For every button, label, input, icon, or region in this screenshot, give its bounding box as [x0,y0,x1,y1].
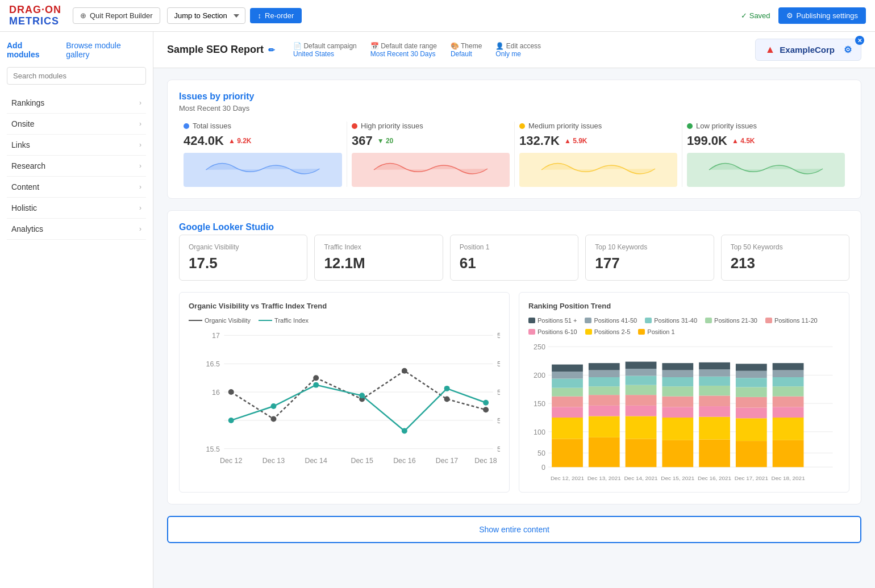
svg-point-23 [313,375,319,381]
charts-row: Organic Visibility vs Traffic Index Tren… [179,292,849,493]
company-logo-close[interactable]: ✕ [855,36,864,45]
svg-point-33 [444,386,450,391]
issue-legend-0: Total issues [184,122,342,130]
report-meta: 📄 Default campaign United States 📅 Defau… [293,42,541,58]
svg-rect-57 [589,416,620,437]
svg-rect-101 [773,440,804,467]
bar-chart-title: Ranking Position Trend [528,302,840,310]
svg-rect-77 [662,397,693,407]
sidebar-item-holistic[interactable]: Holistic› [7,198,146,219]
looker-title: Google Looker Studio [179,222,849,232]
calendar-icon: 📅 Default date range [370,42,437,50]
svg-rect-98 [736,371,767,378]
chevron-right-icon: › [139,141,141,149]
line-chart-svg: 17 16.5 16 15.5 5.8M 5.6M 5.4M 5.2M 5M D… [189,328,500,470]
svg-rect-50 [552,397,583,407]
svg-point-34 [483,400,489,406]
nav-list: Rankings›Onsite›Links›Research›Content›H… [7,93,146,240]
metric-label-1: Traffic Index [324,243,433,251]
add-modules-link[interactable]: Add modules [7,41,57,59]
edit-title-icon[interactable]: ✏ [268,45,275,55]
svg-rect-95 [736,397,767,408]
svg-text:15.5: 15.5 [206,445,220,453]
legend-pos41: Positions 41-50 [585,317,637,324]
svg-rect-93 [736,418,767,441]
jump-to-section-select[interactable]: Jump to Section [167,7,245,24]
svg-point-25 [402,368,407,374]
svg-point-28 [228,418,234,423]
quit-report-builder-button[interactable]: ⊕ Quit Report Builder [73,7,160,24]
metric-value-0: 17.5 [189,255,298,272]
metric-label-3: Top 10 Keywords [595,243,704,251]
search-modules-input[interactable] [7,67,146,85]
show-entire-content-button[interactable]: Show entire content [167,516,861,543]
metric-value-1: 12.1M [324,255,433,272]
gear-icon: ⚙ [786,11,793,20]
issue-chart-2 [519,153,677,187]
issue-col-0: Total issues 424.0K ▲ 9.2K [179,122,347,187]
publish-label: Publishing settings [797,11,858,20]
reorder-button[interactable]: ↕ Re-order [250,8,302,23]
svg-rect-80 [662,370,693,377]
logo-metrics: METRICS [9,16,61,27]
svg-text:Dec 12, 2021: Dec 12, 2021 [551,475,585,481]
svg-point-27 [483,407,489,412]
legend-pos31: Positions 31-40 [645,317,697,324]
svg-text:200: 200 [534,372,545,380]
svg-rect-103 [773,407,804,418]
svg-rect-60 [589,386,620,395]
company-name: ExampleCorp [780,45,835,55]
svg-rect-85 [699,406,730,417]
sidebar-item-rankings[interactable]: Rankings› [7,93,146,114]
svg-rect-72 [626,362,657,369]
issue-legend-2: Medium priority issues [519,122,677,130]
metric-label-0: Organic Visibility [189,243,298,251]
svg-text:17: 17 [212,332,220,340]
browse-module-gallery-link[interactable]: Browse module gallery [66,41,146,59]
svg-rect-48 [552,418,583,439]
legend-pos11: Positions 11-20 [765,317,818,324]
issue-number-3: 199.0K ▲ 4.5K [687,134,845,148]
legend-organic: Organic Visibility [189,317,251,324]
issues-subtitle: Most Recent 30 Days [179,104,849,112]
company-logo-settings-icon[interactable]: ⚙ [844,44,852,55]
report-header: Sample SEO Report ✏ 📄 Default campaign U… [153,32,875,68]
sidebar-item-analytics[interactable]: Analytics› [7,219,146,240]
date-value[interactable]: Most Recent 30 Days [370,50,437,58]
svg-rect-105 [773,386,804,396]
sidebar-item-links[interactable]: Links› [7,135,146,156]
svg-point-22 [270,416,276,422]
svg-text:150: 150 [534,400,545,408]
main-layout: Add modules Browse module gallery Rankin… [0,32,875,588]
svg-rect-83 [699,440,730,468]
sidebar-item-onsite[interactable]: Onsite› [7,114,146,135]
sidebar-item-content[interactable]: Content› [7,177,146,198]
metric-value-2: 61 [460,255,569,272]
svg-rect-108 [773,363,804,370]
svg-text:Dec 15, 2021: Dec 15, 2021 [661,475,695,481]
theme-value[interactable]: Default [451,50,482,58]
issue-col-2: Medium priority issues 132.7K ▲ 5.9K [514,122,682,187]
sidebar-title-row: Add modules Browse module gallery [7,41,146,59]
metric-value-4: 213 [731,255,840,272]
access-value[interactable]: Only me [495,50,541,58]
svg-point-32 [402,428,407,434]
svg-text:Dec 15: Dec 15 [351,457,373,465]
svg-rect-87 [699,386,730,395]
svg-rect-76 [662,407,693,418]
svg-point-30 [313,382,319,388]
publishing-settings-button[interactable]: ⚙ Publishing settings [778,7,866,24]
campaign-value[interactable]: United States [293,50,357,58]
svg-rect-56 [589,437,620,467]
sidebar-item-research[interactable]: Research› [7,156,146,177]
saved-status: ✓ Saved [741,11,770,20]
svg-rect-79 [662,377,693,386]
issue-number-0: 424.0K ▲ 9.2K [184,134,342,148]
svg-rect-59 [589,395,620,406]
svg-text:0: 0 [541,464,545,472]
svg-rect-54 [552,365,583,372]
bar-chart-svg: 250 200 150 100 50 0 [528,340,840,481]
svg-rect-62 [589,370,620,377]
svg-rect-70 [626,376,657,385]
svg-rect-52 [552,378,583,387]
